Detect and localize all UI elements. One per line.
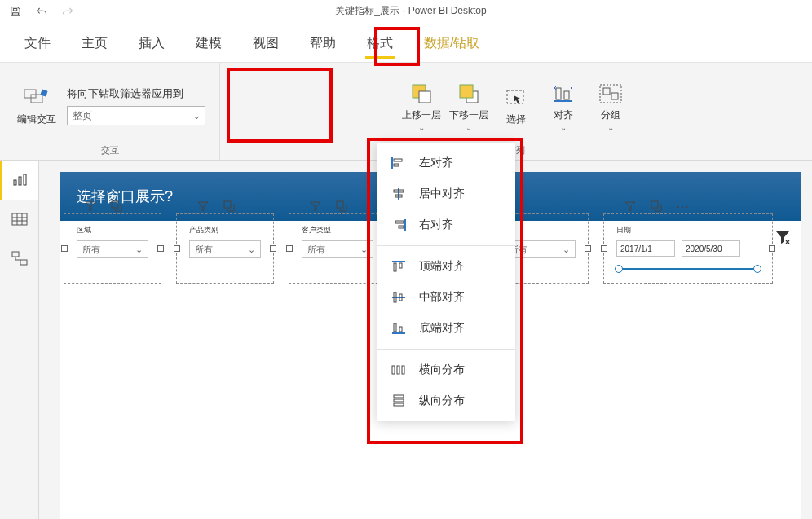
tab-insert[interactable]: 插入 [134,27,170,62]
annotation-rectangle [367,138,523,444]
align-icon [549,82,577,105]
focus-icon[interactable] [649,199,664,213]
tab-file[interactable]: 文件 [20,27,55,62]
svg-rect-10 [603,88,610,95]
tab-data-drill[interactable]: 数据/钻取 [419,27,484,62]
svg-rect-5 [460,85,473,98]
ribbon-group-interactions: 编辑交互 将向下钻取筛选器应用到 整页 ⌄ 交互 [0,63,220,160]
title-bar: 关键指标_展示 - Power BI Desktop [0,0,812,22]
focus-icon[interactable] [109,199,124,213]
selection-label: 选择 [506,112,526,126]
svg-rect-13 [19,177,21,185]
svg-rect-3 [419,91,430,103]
send-backward-button[interactable]: 下移一层 ⌄ [447,82,491,130]
filter-icon[interactable] [308,199,323,213]
group-label: 分组 [601,108,620,122]
data-view-button[interactable] [0,200,38,239]
slicer-title: 产品类别 [189,225,261,235]
svg-rect-17 [20,260,27,265]
svg-rect-18 [112,201,118,208]
align-label: 对齐 [554,108,573,122]
edit-interactions-button[interactable]: 编辑交互 [15,86,59,126]
date-to-input[interactable] [682,240,740,257]
chevron-down-icon: ⌄ [607,125,614,130]
send-backward-icon [455,82,483,105]
filter-icon[interactable] [83,199,98,213]
slicer-date[interactable]: ⋯ 日期 [607,217,770,280]
selection-icon [502,86,530,109]
bring-forward-label: 上移一层 [402,108,441,122]
window-title: 关键指标_展示 - Power BI Desktop [75,4,747,18]
slicer-dropdown[interactable]: 所有 ⌄ [77,240,148,258]
svg-rect-21 [651,201,658,208]
slicer-value: 所有 [307,244,325,256]
view-mode-rail [0,161,39,519]
drill-apply-label: 将向下钻取筛选器应用到 [67,86,205,101]
slicer-title: 客户类型 [302,225,373,235]
tab-model[interactable]: 建模 [191,27,227,62]
group-button[interactable]: 分组 ⌄ [589,82,633,130]
slicer-action-bar [308,199,349,213]
svg-rect-15 [12,213,27,225]
drill-apply-control: 将向下钻取筛选器应用到 整页 ⌄ [67,86,205,125]
svg-rect-1 [31,95,42,103]
slicer-value: 所有 [82,244,100,256]
date-from-input[interactable] [616,240,675,257]
slicer-action-bar [83,199,124,213]
focus-icon[interactable] [222,199,236,213]
slicer-action-bar: ⋯ [623,199,690,213]
undo-icon[interactable] [34,4,49,19]
edit-interactions-icon [23,86,51,109]
filter-icon[interactable] [196,199,210,213]
slicer-card: 区域 所有 ⌄ [72,222,153,275]
svg-rect-7 [556,88,561,99]
save-icon[interactable] [8,4,23,19]
slicer-title: 区域 [77,225,148,235]
send-backward-label: 下移一层 [449,108,488,122]
svg-rect-19 [224,201,231,208]
selection-pane-button[interactable]: 选择 [494,86,538,126]
svg-rect-11 [611,93,618,99]
qat [0,4,75,19]
drill-apply-value: 整页 [73,109,92,123]
redo-icon [60,4,75,19]
slicer-product[interactable]: 产品类别 所有⌄ [179,217,271,280]
drill-apply-combo[interactable]: 整页 ⌄ [67,106,205,125]
edit-interactions-label: 编辑交互 [17,112,56,126]
group-icon [597,82,624,105]
chevron-down-icon: ⌄ [560,125,567,130]
chevron-down-icon: ⌄ [466,125,472,130]
slicer-card: 日期 [611,222,765,275]
chevron-down-icon: ⌄ [135,244,143,255]
svg-rect-8 [564,91,569,99]
report-view-button[interactable] [0,161,38,200]
svg-rect-12 [14,180,16,185]
svg-rect-0 [24,90,36,98]
align-button[interactable]: 对齐 ⌄ [541,82,585,130]
filter-icon[interactable] [623,199,638,213]
svg-rect-14 [24,174,26,185]
slicer-dropdown[interactable]: 所有⌄ [189,240,261,258]
chevron-down-icon: ⌄ [418,125,425,130]
date-range-slider[interactable] [616,265,760,273]
svg-rect-16 [12,252,19,257]
tab-help[interactable]: 帮助 [305,27,341,62]
annotation-rectangle [227,68,333,143]
annotation-rectangle [374,27,420,66]
focus-icon[interactable] [334,199,349,213]
svg-rect-20 [337,201,343,208]
slicer-dropdown[interactable]: 所有⌄ [302,240,373,258]
bring-forward-button[interactable]: 上移一层 ⌄ [399,82,444,130]
tab-view[interactable]: 视图 [248,27,284,62]
slicer-region[interactable]: 区域 所有 ⌄ [67,217,158,280]
chevron-down-icon: ⌄ [193,112,200,121]
slider-thumb-start[interactable] [615,265,623,273]
chevron-down-icon: ⌄ [563,244,570,255]
more-icon[interactable]: ⋯ [675,199,690,213]
ribbon-group-label-interactions: 交互 [101,141,119,160]
tab-home[interactable]: 主页 [77,27,113,62]
slicer-title: 日期 [616,225,760,235]
chevron-down-icon: ⌄ [248,244,255,255]
slider-thumb-end[interactable] [753,265,761,273]
model-view-button[interactable] [0,239,38,278]
